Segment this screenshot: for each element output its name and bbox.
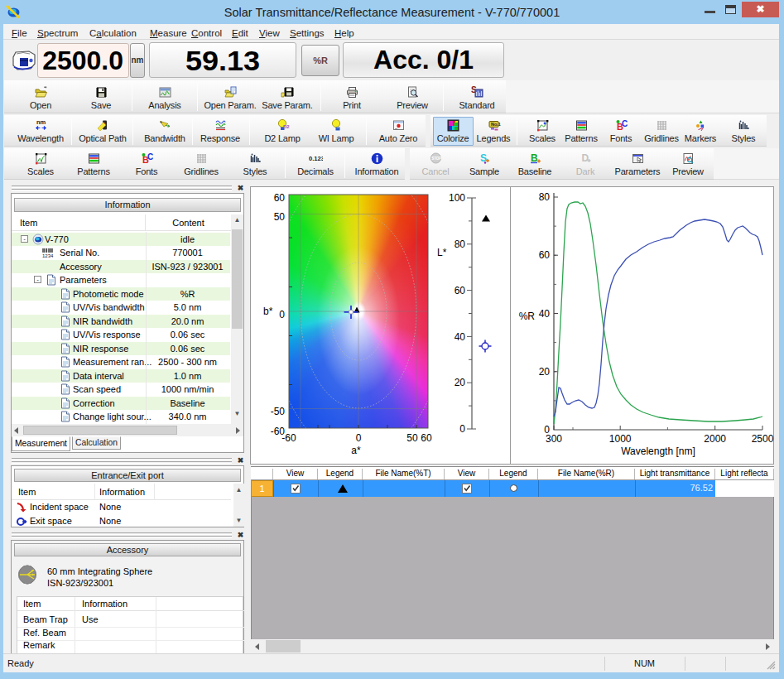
svg-text:300: 300 (546, 433, 562, 445)
svg-text:60: 60 (539, 249, 551, 261)
svg-text:-60: -60 (281, 432, 296, 444)
svg-text:100: 100 (449, 192, 465, 204)
svg-text:No.1: No.1 (491, 122, 501, 127)
svg-text:80: 80 (539, 191, 551, 203)
svg-text:D2: D2 (283, 124, 290, 129)
svg-text:2500: 2500 (752, 433, 774, 445)
svg-text:L*: L* (437, 247, 447, 258)
svg-text:0.123: 0.123 (309, 155, 323, 162)
svg-text:20: 20 (539, 366, 551, 378)
svg-text:50: 50 (274, 211, 286, 223)
svg-text:nm: nm (36, 118, 46, 126)
svg-text:0: 0 (279, 309, 285, 320)
svg-text:60: 60 (421, 432, 432, 444)
svg-text:Wavelength [nm]: Wavelength [nm] (621, 445, 695, 457)
svg-text:20: 20 (455, 377, 466, 388)
svg-text:C: C (147, 152, 153, 161)
svg-text:-50: -50 (271, 406, 286, 417)
svg-text:40: 40 (539, 308, 551, 320)
svg-text:80: 80 (455, 238, 466, 250)
svg-text:50: 50 (406, 432, 418, 444)
svg-text:1234: 1234 (42, 253, 54, 258)
svg-text:1000: 1000 (609, 433, 632, 445)
svg-text:a*: a* (351, 445, 361, 456)
svg-text:C: C (622, 119, 628, 128)
svg-text:60: 60 (455, 285, 466, 296)
svg-text:b*: b* (263, 306, 273, 317)
svg-text:D: D (581, 152, 589, 164)
svg-text:60: 60 (274, 192, 286, 204)
svg-text:0: 0 (356, 432, 362, 444)
svg-text:%R: %R (519, 311, 536, 322)
svg-text:0: 0 (459, 423, 465, 435)
svg-text:40: 40 (455, 331, 466, 343)
svg-text:2000: 2000 (704, 433, 726, 445)
svg-text:STOP: STOP (431, 157, 441, 161)
